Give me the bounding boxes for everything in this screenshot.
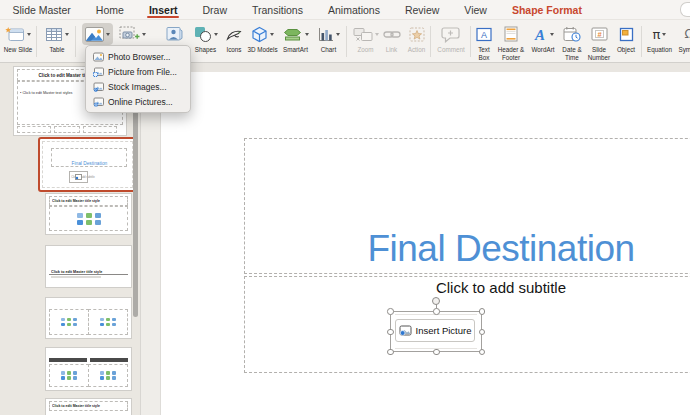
photo-browser-icon — [93, 52, 104, 62]
menu-item-photo-browser[interactable]: Photo Browser... — [86, 49, 190, 64]
chevron-down-icon — [550, 33, 554, 36]
chart-label: Chart — [313, 46, 344, 54]
online-pictures-icon — [93, 97, 104, 107]
calendar-clock-icon — [563, 26, 581, 42]
date-time-label: Date & Time — [559, 46, 585, 61]
chevron-down-icon — [27, 33, 31, 36]
resize-handle-ne[interactable] — [479, 308, 486, 315]
chevron-down-icon — [375, 33, 379, 36]
menu-item-online-pictures[interactable]: Online Pictures... — [86, 94, 190, 109]
chevron-down-icon — [336, 33, 340, 36]
symbol-button[interactable]: Ω Symbol — [675, 23, 690, 54]
tab-transitions[interactable]: Transitions — [239, 0, 315, 19]
header-footer-label: Header & Footer — [495, 46, 527, 61]
content-placeholder-icons — [100, 371, 116, 380]
slide-number-label: Slide Number — [585, 46, 613, 61]
tab-view[interactable]: View — [452, 0, 500, 19]
screenshot-icon — [119, 26, 140, 42]
date-time-button[interactable]: Date & Time — [559, 23, 585, 61]
search-field-fragment[interactable] — [680, 2, 690, 17]
photo-album-button[interactable] — [161, 23, 187, 45]
icons-button[interactable]: Icons — [221, 23, 247, 54]
insert-picture-label: Insert Picture — [416, 325, 472, 336]
smartart-label: SmartArt — [278, 46, 313, 54]
object-button[interactable]: Object — [613, 23, 639, 54]
pictures-icon — [85, 27, 104, 42]
panel-resize-gutter — [141, 62, 161, 415]
equation-label: Equation — [644, 46, 675, 54]
picture-placeholder-selection[interactable]: Insert Picture — [390, 311, 482, 352]
wordart-button[interactable]: A WordArt — [527, 23, 559, 54]
resize-handle-w[interactable] — [387, 329, 394, 336]
insert-picture-icon — [399, 325, 412, 336]
slide-number-button[interactable]: # Slide Number — [585, 23, 613, 61]
new-slide-button[interactable]: New Slide — [2, 23, 34, 54]
new-slide-icon — [5, 26, 25, 43]
table-icon — [45, 27, 63, 42]
comparison-header-right — [90, 358, 128, 362]
resize-handle-nw[interactable] — [387, 308, 394, 315]
resize-handle-sw[interactable] — [387, 349, 394, 356]
table-button[interactable]: Table — [41, 23, 73, 54]
pictures-dropdown-menu: Photo Browser... Picture from File... St… — [85, 45, 191, 113]
ribbon-divider — [641, 26, 642, 57]
object-icon — [618, 27, 634, 42]
svg-text:A: A — [481, 30, 487, 40]
panel-scrollbar-thumb[interactable] — [133, 98, 138, 317]
chevron-down-icon — [65, 33, 69, 36]
content-placeholder-icons — [61, 318, 77, 327]
pictures-button[interactable] — [80, 23, 114, 45]
layout-thumbnail-title-and-content[interactable]: Click to edit Master title style — [45, 193, 132, 235]
menu-item-label: Picture from File... — [108, 67, 177, 77]
shapes-button[interactable]: Shapes — [190, 23, 221, 54]
layout-thumbnail-title-only[interactable]: Click to edit Master title style — [45, 398, 132, 415]
text-box-icon: A — [476, 27, 492, 42]
title-placeholder-box[interactable]: Final Destination — [244, 138, 690, 274]
layout-thumbnail-comparison[interactable]: Click to edit Master title style — [45, 347, 132, 391]
slide-number-icon: # — [591, 27, 608, 42]
action-star-icon — [409, 27, 425, 42]
layout-thumbnail-two-content[interactable]: Click to edit Master title style — [45, 297, 132, 339]
tab-home[interactable]: Home — [83, 0, 136, 19]
chevron-down-icon — [214, 33, 218, 36]
layout-thumbnail-title-slide-selected[interactable]: Final Destination Click to add subtitle — [38, 137, 137, 192]
comparison-header-left — [49, 358, 87, 362]
resize-handle-n[interactable] — [433, 308, 440, 315]
tab-review[interactable]: Review — [392, 0, 451, 19]
equation-button[interactable]: π Equation — [644, 23, 675, 54]
new-slide-label: New Slide — [2, 46, 34, 54]
resize-handle-e[interactable] — [479, 329, 486, 336]
chevron-down-icon — [662, 33, 666, 36]
svg-text:A: A — [534, 27, 545, 43]
tab-slide-master[interactable]: Slide Master — [0, 0, 83, 19]
resize-handle-s[interactable] — [433, 349, 440, 356]
chevron-down-icon — [142, 33, 146, 36]
tab-animations[interactable]: Animations — [315, 0, 392, 19]
ribbon-divider — [36, 26, 37, 57]
content-placeholder-icons — [61, 371, 77, 380]
chart-button[interactable]: Chart — [313, 23, 344, 54]
resize-handle-se[interactable] — [479, 349, 486, 356]
text-box-button[interactable]: A Text Box — [473, 23, 495, 61]
tab-insert[interactable]: Insert — [136, 0, 190, 19]
ribbon-divider — [430, 26, 431, 57]
thumb-title-text: Click to edit Master title style — [51, 270, 102, 274]
insert-picture-button[interactable]: Insert Picture — [395, 319, 475, 342]
icons-label: Icons — [221, 46, 247, 54]
text-box-label: Text Box — [473, 46, 495, 61]
chevron-down-icon — [106, 33, 110, 36]
rotation-handle[interactable] — [432, 297, 440, 305]
smartart-icon — [283, 27, 303, 42]
table-label: Table — [41, 46, 73, 54]
menu-item-picture-from-file[interactable]: Picture from File... — [86, 64, 190, 79]
menu-item-stock-images[interactable]: Stock Images... — [86, 79, 190, 94]
screenshot-button[interactable] — [114, 23, 150, 45]
header-footer-button[interactable]: Header & Footer — [495, 23, 527, 61]
wordart-label: WordArt — [527, 46, 559, 54]
3d-models-button[interactable]: 3D Models — [247, 23, 278, 54]
zoom-label: Zoom — [351, 46, 380, 54]
tab-draw[interactable]: Draw — [190, 0, 240, 19]
layout-thumbnail-section-header[interactable]: Click to edit Master title style — [45, 245, 132, 288]
tab-shape-format[interactable]: Shape Format — [499, 0, 594, 19]
smartart-button[interactable]: SmartArt — [278, 23, 313, 54]
